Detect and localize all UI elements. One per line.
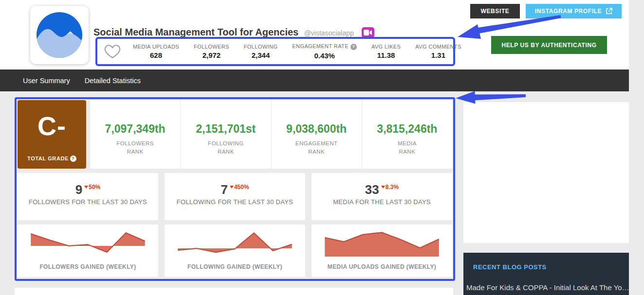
media-rank: 3,815,246th MEDIARANK bbox=[362, 100, 452, 169]
following-rank: 2,151,701st FOLLOWINGRANK bbox=[181, 100, 271, 169]
followers-gained-sparkline bbox=[28, 229, 147, 257]
stat-value: 2,972 bbox=[194, 51, 229, 59]
stat-value: 0.43% bbox=[292, 52, 357, 60]
stat-value: 1.31 bbox=[415, 51, 461, 59]
main-content: C- TOTAL GRADE? 7,097,349th FOLLOWERSRAN… bbox=[0, 91, 644, 295]
next-section-card bbox=[15, 288, 453, 295]
favorite-heart-icon[interactable] bbox=[104, 44, 121, 59]
website-button[interactable]: WEBSITE bbox=[470, 4, 520, 18]
stat-label: AVG LIKES bbox=[371, 44, 401, 50]
stat-media-uploads: MEDIA UPLOADS 628 bbox=[126, 44, 186, 59]
stat-label: FOLLOWING bbox=[244, 44, 278, 50]
stat-label: FOLLOWERS bbox=[194, 44, 229, 50]
stat-value: 628 bbox=[133, 51, 179, 59]
followers-30-days-card: 9 50% FOLLOWERS FOR THE LAST 30 DAYS bbox=[18, 173, 158, 220]
instagram-profile-button[interactable]: INSTAGRAM PROFILE bbox=[526, 4, 622, 18]
media-uploads-gained-chart-card: MEDIA UPLOADS GAINED (WEEKLY) bbox=[312, 225, 452, 277]
recent-blog-posts-panel: RECENT BLOG POSTS Made For Kids & COPPA … bbox=[463, 253, 629, 295]
grade-value: C- bbox=[18, 111, 86, 141]
following-gained-sparkline bbox=[175, 229, 294, 257]
followers-rank: 7,097,349th FOLLOWERSRANK bbox=[90, 100, 181, 169]
media-uploads-gained-sparkline bbox=[322, 229, 442, 257]
ad-placeholder bbox=[463, 102, 629, 243]
authenticate-button[interactable]: HELP US BY AUTHENTICATING bbox=[491, 36, 607, 54]
stat-label: AVG COMMENTS bbox=[415, 44, 461, 50]
stat-value: 11.38 bbox=[371, 51, 401, 59]
following-30-days-card: 7 450% FOLLOWING FOR THE LAST 30 DAYS bbox=[165, 173, 305, 220]
page: Social Media Management Tool for Agencie… bbox=[0, 0, 644, 295]
blog-post-link[interactable]: Made For Kids & COPPA - Initial Look At … bbox=[463, 283, 629, 292]
external-link-icon bbox=[606, 8, 612, 15]
nav-bar: User Summary Detailed Statistics bbox=[0, 69, 629, 91]
profile-header: Social Media Management Tool for Agencie… bbox=[0, 0, 629, 69]
down-triangle-icon bbox=[230, 186, 234, 189]
help-icon[interactable]: ? bbox=[70, 156, 76, 162]
annotation-rectangle: C- TOTAL GRADE? 7,097,349th FOLLOWERSRAN… bbox=[15, 97, 455, 281]
followers-gained-chart-card: FOLLOWERS GAINED (WEEKLY) bbox=[18, 225, 158, 277]
media-30-days-card: 33 8.3% MEDIA FOR THE LAST 30 DAYS bbox=[312, 173, 452, 220]
page-title: Social Media Management Tool for Agencie… bbox=[93, 27, 298, 37]
video-camera-badge-icon bbox=[362, 27, 374, 38]
stat-engagement-rate: ENGAGEMENT RATE? 0.43% bbox=[285, 43, 364, 60]
grade-label: TOTAL GRADE? bbox=[18, 156, 86, 162]
ranks-card: 7,097,349th FOLLOWERSRANK 2,151,701st FO… bbox=[90, 100, 452, 169]
stat-avg-comments: AVG COMMENTS 1.31 bbox=[408, 44, 468, 59]
help-icon[interactable]: ? bbox=[350, 44, 357, 50]
stat-following: FOLLOWING 2,344 bbox=[237, 44, 285, 59]
engagement-rank: 9,038,600th ENGAGEMENTRANK bbox=[272, 100, 362, 169]
profile-stats-bar: MEDIA UPLOADS 628 FOLLOWERS 2,972 FOLLOW… bbox=[95, 37, 455, 66]
stat-avg-likes: AVG LIKES 11.38 bbox=[364, 44, 408, 59]
blog-panel-title: RECENT BLOG POSTS bbox=[463, 253, 629, 271]
following-gained-chart-card: FOLLOWING GAINED (WEEKLY) bbox=[165, 225, 305, 277]
down-triangle-icon bbox=[84, 186, 88, 189]
profile-handle: @vistasocialapp bbox=[304, 29, 354, 37]
tab-detailed-statistics[interactable]: Detailed Statistics bbox=[85, 77, 141, 85]
avatar bbox=[30, 6, 89, 64]
down-triangle-icon bbox=[381, 186, 385, 189]
vista-social-logo-icon bbox=[36, 11, 83, 59]
total-grade-card: C- TOTAL GRADE? bbox=[18, 100, 86, 169]
tab-user-summary[interactable]: User Summary bbox=[23, 77, 70, 85]
stat-label: MEDIA UPLOADS bbox=[133, 44, 179, 50]
stat-followers: FOLLOWERS 2,972 bbox=[186, 44, 237, 59]
stat-label: ENGAGEMENT RATE? bbox=[292, 43, 357, 50]
stat-value: 2,344 bbox=[244, 51, 278, 59]
